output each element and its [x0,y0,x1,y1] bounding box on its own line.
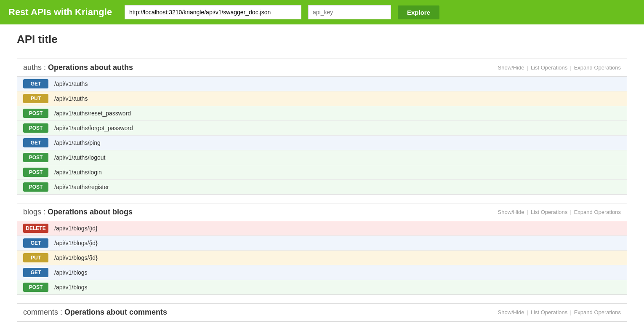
endpoint-path-auths-6: /api/v1/auths/login [54,169,102,176]
sep1-blogs: | [527,209,528,215]
api-group-actions-blogs: Show/Hide | List Operations | Expand Ope… [498,209,621,215]
endpoint-row-blogs-3[interactable]: GET/api/v1/blogs [17,265,627,280]
list-ops-link-auths[interactable]: List Operations [531,64,567,71]
endpoint-path-auths-0: /api/v1/auths [54,80,88,87]
api-group-title-auths: auths : Operations about auths [23,63,133,72]
api-group-actions-auths: Show/Hide | List Operations | Expand Ope… [498,64,621,71]
app-title: Rest APIs with Kriangle [8,7,118,18]
api-group-blogs: blogs : Operations about blogs Show/Hide… [17,203,627,295]
method-badge-post-auths-7: POST [23,182,48,192]
expand-ops-link-comments[interactable]: Expand Operations [574,309,621,315]
endpoint-path-auths-5: /api/v1/auths/logout [54,154,105,161]
api-group-title-blogs: blogs : Operations about blogs [23,208,133,216]
header: Rest APIs with Kriangle Explore [0,0,644,24]
method-badge-get-auths-0: GET [23,79,48,88]
sep1-comments: | [527,309,528,315]
method-badge-get-blogs-1: GET [23,238,48,248]
endpoint-row-auths-3[interactable]: POST/api/v1/auths/forgot_password [17,121,627,136]
main-content: API title auths : Operations about auths… [0,24,644,326]
swagger-url-input[interactable] [125,5,301,19]
endpoint-row-auths-0[interactable]: GET/api/v1/auths [17,77,627,91]
api-group-actions-comments: Show/Hide | List Operations | Expand Ope… [498,309,621,315]
endpoint-path-auths-1: /api/v1/auths [54,95,88,102]
endpoint-row-auths-4[interactable]: GET/api/v1/auths/ping [17,136,627,150]
endpoint-row-auths-1[interactable]: PUT/api/v1/auths [17,91,627,106]
endpoint-path-blogs-2: /api/v1/blogs/{id} [54,254,98,261]
method-badge-delete-blogs-0: DELETE [23,224,48,233]
list-ops-link-comments[interactable]: List Operations [531,309,567,315]
method-badge-put-blogs-2: PUT [23,253,48,262]
explore-button[interactable]: Explore [398,5,439,19]
show-hide-link-auths[interactable]: Show/Hide [498,64,524,71]
api-group-header-comments: comments : Operations about comments Sho… [17,304,627,321]
endpoint-path-auths-3: /api/v1/auths/forgot_password [54,125,133,131]
endpoint-row-blogs-0[interactable]: DELETE/api/v1/blogs/{id} [17,221,627,236]
endpoint-path-auths-7: /api/v1/auths/register [54,184,109,190]
method-badge-post-auths-5: POST [23,153,48,162]
method-badge-get-auths-4: GET [23,138,48,147]
endpoint-row-auths-2[interactable]: POST/api/v1/auths/reset_password [17,106,627,121]
endpoint-row-auths-6[interactable]: POST/api/v1/auths/login [17,165,627,180]
endpoint-path-auths-2: /api/v1/auths/reset_password [54,110,131,117]
api-groups-container: auths : Operations about auths Show/Hide… [17,59,627,322]
endpoint-row-auths-7[interactable]: POST/api/v1/auths/register [17,180,627,194]
api-group-comments: comments : Operations about comments Sho… [17,303,627,322]
method-badge-get-blogs-3: GET [23,268,48,277]
expand-ops-link-blogs[interactable]: Expand Operations [574,209,621,215]
api-key-input[interactable] [308,5,391,19]
method-badge-post-blogs-4: POST [23,283,48,292]
show-hide-link-comments[interactable]: Show/Hide [498,309,524,315]
api-title: API title [17,33,627,46]
endpoint-path-auths-4: /api/v1/auths/ping [54,139,101,146]
endpoint-path-blogs-0: /api/v1/blogs/{id} [54,225,98,232]
method-badge-post-auths-3: POST [23,123,48,133]
api-group-auths: auths : Operations about auths Show/Hide… [17,59,627,195]
list-ops-link-blogs[interactable]: List Operations [531,209,567,215]
sep2-blogs: | [570,209,571,215]
endpoint-path-blogs-4: /api/v1/blogs [54,284,88,291]
endpoint-row-blogs-4[interactable]: POST/api/v1/blogs [17,280,627,294]
expand-ops-link-auths[interactable]: Expand Operations [574,64,621,71]
endpoint-row-blogs-1[interactable]: GET/api/v1/blogs/{id} [17,236,627,251]
endpoint-path-blogs-3: /api/v1/blogs [54,269,88,276]
method-badge-post-auths-6: POST [23,168,48,177]
sep2-comments: | [570,309,571,315]
api-group-header-blogs: blogs : Operations about blogs Show/Hide… [17,203,627,221]
api-group-header-auths: auths : Operations about auths Show/Hide… [17,59,627,77]
show-hide-link-blogs[interactable]: Show/Hide [498,209,524,215]
endpoint-row-blogs-2[interactable]: PUT/api/v1/blogs/{id} [17,251,627,265]
method-badge-put-auths-1: PUT [23,94,48,103]
api-group-title-comments: comments : Operations about comments [23,308,167,317]
endpoint-row-auths-5[interactable]: POST/api/v1/auths/logout [17,150,627,165]
sep2-auths: | [570,64,571,71]
sep1-auths: | [527,64,528,71]
method-badge-post-auths-2: POST [23,109,48,118]
endpoint-path-blogs-1: /api/v1/blogs/{id} [54,240,98,246]
